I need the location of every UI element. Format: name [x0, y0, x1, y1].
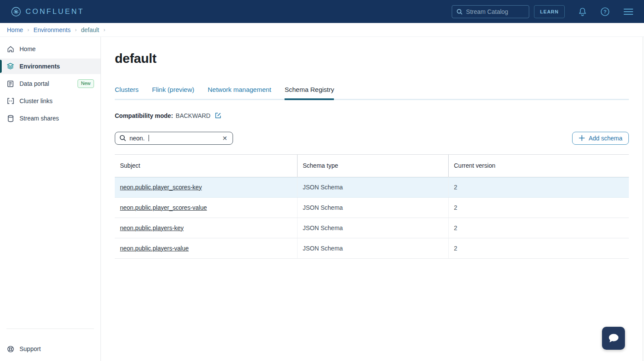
stream-catalog-search[interactable]: Stream Catalog	[452, 5, 529, 18]
document-icon	[6, 80, 14, 88]
compatibility-mode-value: BACKWARD	[176, 112, 210, 119]
chevron-right-icon: ›	[27, 27, 29, 33]
home-icon	[6, 46, 14, 53]
schema-type-cell: JSON Schema	[298, 177, 449, 197]
sidebar-item-cluster-links[interactable]: Cluster links	[0, 93, 100, 109]
subject-link[interactable]: neon.public.players-value	[120, 245, 189, 252]
table-row[interactable]: neon.public.player_scores-value JSON Sch…	[115, 198, 629, 218]
sidebar-item-label: Support	[19, 345, 41, 352]
current-version-cell: 2	[449, 218, 629, 238]
sidebar-item-support[interactable]: Support	[0, 341, 100, 357]
current-version-cell: 2	[449, 198, 629, 218]
sidebar-item-data-portal[interactable]: Data portal New	[0, 76, 100, 91]
subject-link[interactable]: neon.public.player_scores-key	[120, 184, 202, 191]
new-badge: New	[78, 79, 94, 88]
column-header-schema-type[interactable]: Schema type	[298, 155, 449, 177]
search-icon	[456, 9, 463, 15]
schema-type-cell: JSON Schema	[298, 238, 449, 258]
sidebar-item-label: Stream shares	[19, 115, 59, 122]
text-caret	[149, 135, 149, 141]
add-schema-button[interactable]: Add schema	[572, 132, 629, 145]
schema-subjects-table: Subject Schema type Current version neon…	[115, 154, 629, 259]
main-content: default Clusters Flink (preview) Network…	[101, 37, 644, 361]
stream-catalog-placeholder: Stream Catalog	[466, 8, 508, 15]
environments-layers-icon	[6, 62, 14, 70]
top-navbar: CONFLUENT Stream Catalog LEARN	[0, 0, 644, 23]
current-version-cell: 2	[449, 177, 629, 197]
plus-icon	[579, 135, 585, 141]
search-input-value: neon.	[129, 135, 145, 142]
edit-compatibility-button[interactable]	[215, 112, 221, 119]
edit-pencil-icon	[215, 112, 221, 119]
tab-flink-preview[interactable]: Flink (preview)	[152, 86, 194, 100]
tab-network-management[interactable]: Network management	[208, 86, 272, 100]
table-row[interactable]: neon.public.players-key JSON Schema 2	[115, 218, 629, 238]
clear-search-button[interactable]: ✕	[221, 134, 228, 142]
sidebar-item-label: Data portal	[19, 80, 49, 87]
table-header-row: Subject Schema type Current version	[115, 155, 629, 177]
chevron-right-icon: ›	[75, 27, 77, 33]
schema-type-cell: JSON Schema	[298, 218, 449, 238]
sidebar-item-stream-shares[interactable]: Stream shares	[0, 111, 100, 126]
column-header-current-version[interactable]: Current version	[449, 155, 629, 177]
subject-link[interactable]: neon.public.players-key	[120, 224, 184, 231]
confluent-brand[interactable]: CONFLUENT	[11, 7, 84, 17]
hamburger-icon	[623, 8, 634, 16]
scrollbar-track[interactable]	[643, 37, 643, 361]
help-button[interactable]: ?	[600, 7, 610, 16]
breadcrumb-default[interactable]: default	[81, 26, 99, 33]
subject-search-input[interactable]: neon. ✕	[115, 132, 233, 145]
current-version-cell: 2	[449, 238, 629, 258]
add-schema-label: Add schema	[589, 135, 622, 142]
sidebar-item-environments[interactable]: Environments	[0, 59, 100, 74]
chevron-right-icon: ›	[104, 27, 105, 33]
sidebar-divider	[6, 328, 94, 329]
table-toolbar: neon. ✕ Add schema	[115, 132, 629, 145]
subject-link[interactable]: neon.public.player_scores-value	[120, 204, 207, 211]
chat-widget-button[interactable]	[602, 327, 625, 350]
lifebuoy-icon	[6, 345, 14, 353]
column-header-subject[interactable]: Subject	[115, 155, 298, 177]
table-row[interactable]: neon.public.player_scores-key JSON Schem…	[115, 177, 629, 198]
sidebar-item-label: Environments	[19, 63, 60, 70]
brand-name: CONFLUENT	[26, 7, 84, 16]
breadcrumb-environments[interactable]: Environments	[33, 26, 71, 33]
sidebar: Home Environments Data portal New	[0, 37, 101, 361]
svg-text:?: ?	[603, 9, 606, 14]
schema-type-cell: JSON Schema	[298, 198, 449, 218]
sidebar-item-label: Cluster links	[19, 98, 52, 104]
confluent-logo-icon	[11, 7, 21, 17]
breadcrumb: Home › Environments › default ›	[0, 23, 644, 37]
sidebar-item-label: Home	[19, 46, 36, 52]
tab-bar: Clusters Flink (preview) Network managem…	[115, 86, 629, 100]
tab-clusters[interactable]: Clusters	[115, 86, 139, 100]
compatibility-mode-row: Compatibility mode: BACKWARD	[115, 112, 629, 119]
compatibility-mode-label: Compatibility mode:	[115, 112, 173, 119]
tab-schema-registry[interactable]: Schema Registry	[285, 86, 334, 100]
database-cylinder-icon	[6, 115, 14, 122]
cluster-links-icon	[6, 98, 14, 104]
bell-icon	[578, 7, 587, 16]
sidebar-item-home[interactable]: Home	[0, 41, 100, 57]
page-title: default	[115, 51, 629, 66]
learn-button[interactable]: LEARN	[534, 5, 565, 18]
breadcrumb-home[interactable]: Home	[7, 26, 23, 33]
table-row[interactable]: neon.public.players-value JSON Schema 2	[115, 238, 629, 259]
notifications-button[interactable]	[578, 7, 587, 16]
search-icon	[120, 135, 126, 141]
question-mark-icon: ?	[600, 7, 610, 16]
main-menu-button[interactable]	[623, 8, 634, 16]
chat-bubble-icon	[607, 332, 620, 345]
